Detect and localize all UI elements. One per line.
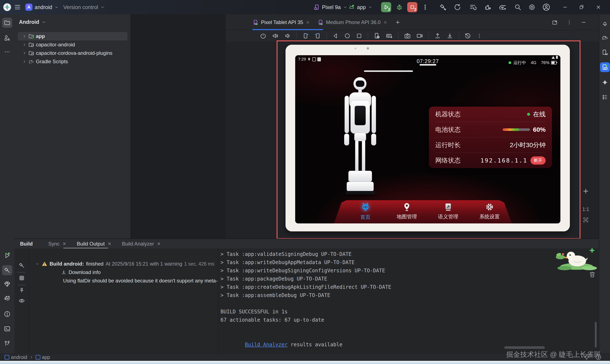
panel-options-icon[interactable] — [567, 20, 572, 25]
back-button[interactable] — [332, 33, 339, 39]
zoom-reset-button[interactable]: 1:1 — [578, 207, 593, 212]
nav-item-settings[interactable]: 系统设置 — [474, 202, 505, 220]
build-console[interactable]: > Task :app:validateSigningDebug UP-TO-D… — [218, 248, 599, 354]
tab-build-output[interactable]: Build Output✕ — [75, 241, 113, 247]
device-icon — [313, 4, 320, 10]
tree-item-capacitor-cordova-plugins[interactable]: capacitor-cordova-android-plugins — [14, 49, 130, 57]
virtual-keyboard-button[interactable] — [386, 32, 393, 39]
tree-item-gradle-scripts[interactable]: Gradle Scripts — [14, 57, 130, 66]
nav-item-home[interactable]: 首页 — [350, 202, 381, 221]
home-button[interactable] — [344, 33, 351, 39]
sync-project-button[interactable] — [454, 0, 461, 14]
build-warning-label: Using flatDir should be avoided because … — [63, 278, 218, 284]
volume-up-button[interactable] — [272, 32, 279, 39]
project-widget[interactable]: A android — [25, 0, 59, 14]
download-info-icon — [61, 270, 67, 275]
zoom-in-button[interactable] — [578, 188, 593, 195]
device-manager-tool-button[interactable] — [600, 48, 610, 57]
run-tool-button[interactable] — [2, 250, 12, 260]
open-in-window-icon[interactable] — [552, 19, 558, 25]
breadcrumb-app[interactable]: app — [36, 354, 50, 360]
tab-sync[interactable]: Sync✕ — [46, 241, 68, 247]
build-variants-tool-button[interactable] — [2, 279, 12, 289]
close-icon[interactable]: ✕ — [157, 241, 161, 247]
device-settings-button[interactable] — [373, 32, 380, 39]
gemini-tool-button[interactable] — [600, 78, 610, 87]
build-warning-row[interactable]: Using flatDir should be avoided because … — [29, 276, 218, 285]
main-menu-button[interactable] — [14, 0, 21, 14]
close-button[interactable] — [592, 0, 605, 14]
disconnect-badge[interactable]: 断开 — [530, 156, 546, 165]
vcs-widget[interactable]: Version control — [63, 0, 105, 14]
run-button[interactable]: 2 — [381, 2, 391, 12]
recents-button[interactable] — [356, 33, 362, 39]
download-button[interactable] — [447, 32, 453, 39]
build-button[interactable] — [439, 0, 447, 14]
more-tools-button[interactable] — [2, 47, 12, 57]
rotate-left-button[interactable] — [302, 32, 309, 39]
volume-down-button[interactable] — [284, 32, 291, 39]
settings-button[interactable] — [528, 0, 536, 14]
hide-panel-icon[interactable] — [581, 20, 586, 25]
snapshot-restore-button[interactable] — [464, 32, 471, 39]
console-vertical-scrollbar[interactable] — [595, 322, 597, 348]
close-icon[interactable]: ✕ — [62, 241, 66, 247]
device-selector[interactable]: Pixel 9a — [313, 0, 348, 14]
module-icon — [5, 355, 9, 360]
console-horizontal-scrollbar[interactable] — [504, 346, 545, 349]
tab-label: Medium Phone API 36.0 — [326, 19, 381, 25]
stop-button[interactable]: 2 — [407, 2, 417, 12]
breadcrumb-android[interactable]: android — [5, 354, 27, 360]
tab-build-analyzer[interactable]: Build Analyzer✕ — [120, 241, 163, 247]
close-icon[interactable]: ✕ — [108, 241, 111, 247]
resource-manager-tool-button[interactable] — [2, 33, 12, 43]
new-device-tab-button[interactable] — [391, 14, 404, 30]
nav-item-map[interactable]: 地图管理 — [391, 202, 423, 220]
account-button[interactable] — [542, 0, 550, 14]
screen-record-button[interactable] — [416, 32, 423, 39]
restore-button[interactable] — [575, 0, 588, 14]
running-devices-tool-button[interactable] — [600, 62, 610, 72]
tab-medium-phone[interactable]: Medium Phone API 36.0 — [314, 14, 391, 30]
plus-icon — [582, 188, 589, 195]
pin-tab-button[interactable] — [17, 286, 26, 295]
build-child-row[interactable]: Download info — [29, 268, 218, 276]
stop-build-button[interactable] — [17, 273, 26, 283]
terminal-tool-button[interactable] — [2, 324, 12, 334]
emulator-screen[interactable]: 7:29 07:29:27 运行中 4G 76% — [295, 55, 560, 223]
notifications-tool-button[interactable] — [600, 19, 610, 28]
run-config-selector[interactable]: app — [348, 0, 373, 14]
search-everywhere-button[interactable] — [514, 0, 522, 14]
trash-icon[interactable] — [589, 271, 596, 279]
history-button[interactable] — [469, 0, 476, 14]
tab-pixel-tablet[interactable]: Pixel Tablet API 35 — [249, 14, 314, 30]
gradle-tool-button[interactable] — [600, 33, 610, 43]
git-tool-button[interactable] — [2, 338, 12, 349]
project-view-selector[interactable]: Android — [19, 19, 46, 25]
tree-item-capacitor-android[interactable]: capacitor-android — [14, 40, 130, 49]
debug-button[interactable] — [396, 0, 403, 14]
tree-item-app[interactable]: app — [14, 32, 130, 40]
build-tool-button[interactable] — [2, 265, 12, 275]
upload-button[interactable] — [434, 32, 441, 39]
structure-tool-button[interactable] — [600, 92, 610, 102]
soft-wrap-eye-button[interactable] — [17, 296, 26, 305]
minimize-button[interactable] — [559, 0, 571, 14]
logcat-tool-button[interactable] — [2, 293, 12, 303]
toolbar-more-icon[interactable] — [477, 33, 482, 39]
fit-to-window-button[interactable] — [578, 217, 593, 223]
nav-item-semantics[interactable]: 语义管理 — [432, 202, 464, 220]
filter-build-button[interactable] — [17, 261, 26, 270]
power-button[interactable] — [260, 32, 267, 39]
build-root-row[interactable]: Build android: finished At 2025/9/16 15:… — [29, 260, 218, 268]
more-run-actions-button[interactable] — [422, 0, 428, 14]
screenshot-button[interactable] — [404, 32, 411, 39]
tab-label: Build Output — [77, 241, 105, 247]
attach-debugger-icon[interactable] — [484, 0, 492, 14]
zoom-reset-label: 1:1 — [582, 207, 589, 212]
rotate-right-button[interactable] — [314, 32, 321, 39]
build-analyzer-link[interactable]: Build Analyzer — [245, 342, 288, 348]
project-tool-button[interactable] — [2, 18, 12, 28]
problems-tool-button[interactable] — [2, 309, 12, 319]
profiler-icon[interactable] — [498, 0, 506, 14]
